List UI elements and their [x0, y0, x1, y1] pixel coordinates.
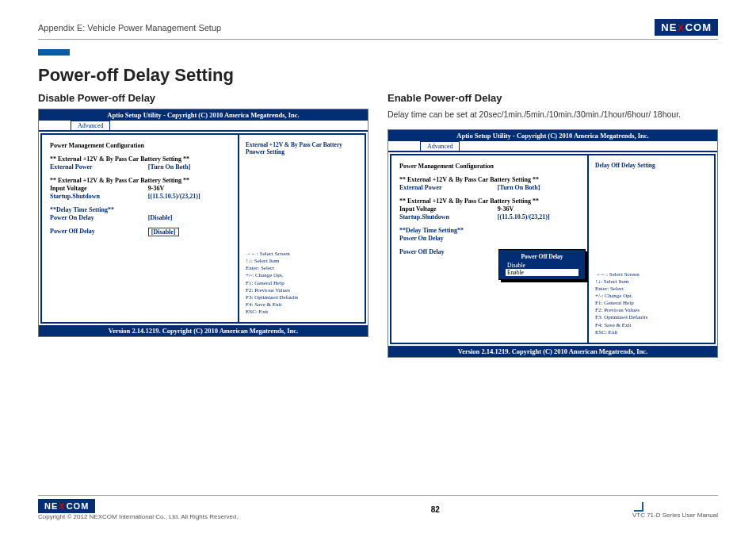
page-header: Appendix E: Vehicle Power Management Set…: [38, 19, 718, 40]
bios-tab-row: Advanced: [388, 141, 717, 152]
field-power-on-delay[interactable]: Power On Delay: [399, 235, 579, 242]
bios-key-hints: →←: Select Screen ↑↓: Select Item Enter:…: [246, 251, 358, 316]
help-text: External +12V & By Pass Car Battery Pnow…: [246, 141, 358, 155]
section-label: **Delay Time Setting**: [50, 206, 230, 213]
copyright-text: Copyright © 2012 NEXCOM International Co…: [38, 513, 239, 520]
appendix-title: Appendix E: Vehicle Power Management Set…: [38, 23, 221, 33]
page-number: 82: [431, 505, 440, 514]
brand-logo: NEXCOM: [655, 19, 718, 36]
section-label: ** External +12V & By Pass Car Battery S…: [50, 177, 230, 184]
heading-enable: Enable Power-off Delay: [388, 92, 718, 104]
footer-logo: NEXCOM: [38, 499, 95, 513]
manual-title: VTC 71-D Series User Manual: [632, 512, 718, 519]
header-accent: [38, 44, 718, 51]
bios-help-panel: External +12V & By Pass Car Battery Pnow…: [238, 135, 365, 322]
heading-disable: Disable Power-off Delay: [38, 92, 368, 104]
page-footer: NEXCOM Copyright © 2012 NEXCOM Internati…: [38, 495, 718, 520]
field-startup-shutdown[interactable]: Startup.Shutdown: [50, 193, 148, 200]
field-input-voltage: Input Voltage: [50, 185, 148, 192]
popup-option-disable[interactable]: Disable: [506, 262, 578, 269]
bios-screenshot-disable: Aptio Setup Utility - Copyright (C) 2010…: [38, 109, 368, 337]
column-disable: Disable Power-off Delay Aptio Setup Util…: [38, 92, 368, 358]
page-title: Power-off Delay Setting: [38, 65, 718, 86]
bios-key-hints: →←: Select Screen ↑↓: Select Item Enter:…: [595, 271, 708, 336]
popup-power-off-delay[interactable]: Power Off Delay Disable Enable: [498, 249, 586, 280]
bios-help-panel: Delay Off Delay Setting →←: Select Scree…: [587, 155, 714, 343]
field-power-on-delay[interactable]: Power On Delay: [50, 214, 148, 221]
help-text: Delay Off Delay Setting: [595, 162, 708, 169]
bios-title-bar: Aptio Setup Utility - Copyright (C) 2010…: [388, 130, 717, 141]
field-external-power[interactable]: External Power: [399, 184, 498, 191]
field-input-voltage: Input Voltage: [399, 205, 498, 213]
section-label: ** External +12V & By Pass Car Battery S…: [399, 176, 579, 183]
bios-title-bar: Aptio Setup Utility - Copyright (C) 2010…: [39, 109, 368, 121]
corner-mark-icon: [632, 500, 643, 512]
bios-screenshot-enable: Aptio Setup Utility - Copyright (C) 2010…: [388, 129, 718, 358]
field-power-off-delay[interactable]: Power Off Delay: [50, 228, 148, 236]
field-external-power[interactable]: External Power: [50, 163, 148, 171]
bios-version-bar: Version 2.14.1219. Copyright (C) 2010 Am…: [39, 325, 368, 336]
column-enable: Enable Power-off Delay Delay time can be…: [388, 92, 718, 358]
description-text: Delay time can be set at 20sec/1min./5mi…: [388, 109, 718, 121]
section-label: Power Management Configuration: [50, 142, 230, 149]
logo-x-icon: X: [59, 501, 65, 511]
section-label: **Delay Time Setting**: [399, 227, 579, 234]
popup-title: Power Off Delay: [506, 253, 578, 260]
section-label: ** External +12V & By Pass Car Battery S…: [399, 197, 579, 205]
logo-x-icon: X: [678, 23, 684, 33]
bios-tab-advanced[interactable]: Advanced: [420, 141, 460, 151]
field-startup-shutdown[interactable]: Startup.Shutdown: [399, 213, 498, 220]
bios-version-bar: Version 2.14.1219. Copyright (C) 2010 Am…: [388, 346, 717, 357]
bios-tab-advanced[interactable]: Advanced: [71, 121, 110, 130]
selected-value[interactable]: [Disable]: [148, 228, 179, 236]
popup-option-enable[interactable]: Enable: [506, 269, 578, 276]
bios-main-panel: Power Management Configuration ** Extern…: [42, 135, 238, 322]
bios-tab-row: Advanced: [39, 121, 368, 132]
section-label: Power Management Configuration: [399, 163, 579, 170]
section-label: ** External +12V & By Pass Car Battery S…: [50, 155, 230, 163]
